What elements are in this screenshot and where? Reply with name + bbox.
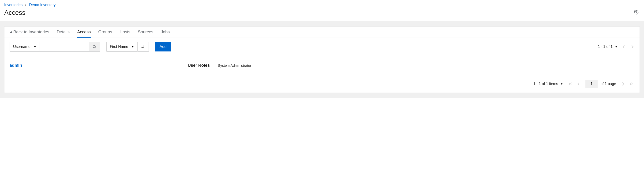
history-icon[interactable] <box>634 10 639 15</box>
filter-field-label: Username <box>13 45 30 49</box>
items-per-page-dropdown[interactable]: 1 - 1 of 1 ▼ <box>598 45 618 49</box>
top-pagination: 1 - 1 of 1 ▼ <box>598 45 634 49</box>
breadcrumb: Inventories Demo Inventory <box>4 3 640 7</box>
caret-left-icon: ◀ <box>10 30 12 34</box>
svg-point-0 <box>93 45 96 48</box>
tab-groups[interactable]: Groups <box>98 27 112 38</box>
search-filter-group: Username ▼ <box>10 42 100 51</box>
caret-down-icon: ▼ <box>132 45 134 48</box>
filter-field-dropdown[interactable]: Username ▼ <box>10 42 40 51</box>
table-row: admin User Roles System Administrator <box>4 56 640 75</box>
tab-back[interactable]: ◀ Back to Inventories <box>10 27 49 38</box>
tab-access[interactable]: Access <box>77 27 91 38</box>
prev-page-button[interactable] <box>622 45 626 48</box>
tab-sources[interactable]: Sources <box>138 27 153 38</box>
next-page-button[interactable] <box>630 45 634 48</box>
next-page-button-footer[interactable] <box>622 82 624 85</box>
footer-page-suffix: of 1 page <box>600 82 616 86</box>
sort-az-icon: A Z <box>141 45 145 49</box>
chevron-left-icon <box>578 82 580 85</box>
breadcrumb-root-link[interactable]: Inventories <box>4 3 22 7</box>
caret-down-icon: ▼ <box>615 45 618 48</box>
tab-back-label: Back to Inventories <box>13 30 49 35</box>
tabs: ◀ Back to Inventories Details Access Gro… <box>4 27 640 38</box>
footer-items-text: 1 - 1 of 1 items <box>534 82 558 86</box>
search-button[interactable] <box>89 42 100 51</box>
tab-hosts[interactable]: Hosts <box>120 27 130 38</box>
page-title: Access <box>4 9 640 17</box>
user-link[interactable]: admin <box>10 63 188 68</box>
toolbar: Username ▼ First Name ▼ <box>4 38 640 56</box>
svg-text:Z: Z <box>143 47 144 48</box>
user-roles-label: User Roles <box>188 63 210 68</box>
top-pagination-range: 1 - 1 of 1 <box>598 45 612 49</box>
page-number-input[interactable] <box>586 80 598 88</box>
double-chevron-right-icon <box>629 82 633 85</box>
items-per-page-dropdown-footer[interactable]: 1 - 1 of 1 items ▼ <box>534 82 563 86</box>
tab-details[interactable]: Details <box>57 27 70 38</box>
svg-text:A: A <box>143 45 144 47</box>
sort-field-label: First Name <box>110 45 128 49</box>
sort-field-dropdown[interactable]: First Name ▼ <box>106 42 138 51</box>
sort-filter-group: First Name ▼ A Z <box>106 42 149 51</box>
breadcrumb-item-link[interactable]: Demo Inventory <box>29 3 56 7</box>
chevron-right-icon <box>622 82 624 85</box>
add-button[interactable]: Add <box>155 42 171 51</box>
double-chevron-left-icon <box>568 82 572 85</box>
content-card: ◀ Back to Inventories Details Access Gro… <box>4 26 640 93</box>
footer-pagination: 1 - 1 of 1 items ▼ of 1 page <box>4 75 640 93</box>
search-input[interactable] <box>40 42 89 51</box>
search-icon <box>92 45 96 49</box>
chevron-right-icon <box>25 4 27 6</box>
role-badge: System Administrator <box>215 62 254 69</box>
caret-down-icon: ▼ <box>560 82 563 85</box>
chevron-left-icon <box>623 45 625 48</box>
caret-down-icon: ▼ <box>34 45 36 48</box>
prev-page-button-footer[interactable] <box>578 82 580 85</box>
last-page-button[interactable] <box>629 82 633 85</box>
sort-direction-button[interactable]: A Z <box>138 42 149 51</box>
first-page-button[interactable] <box>568 82 572 85</box>
tab-jobs[interactable]: Jobs <box>161 27 170 38</box>
chevron-right-icon <box>631 45 634 48</box>
svg-line-1 <box>95 47 96 48</box>
